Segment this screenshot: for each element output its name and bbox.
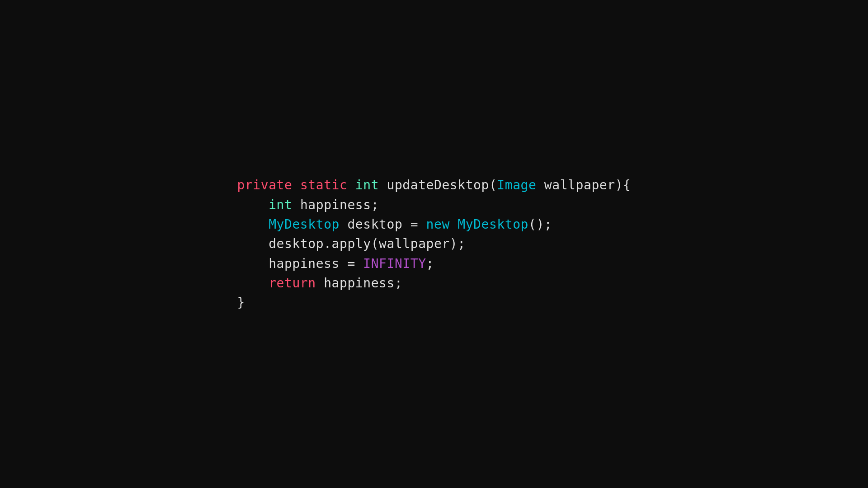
code-token: int: [269, 197, 292, 212]
code-token: ();: [528, 217, 552, 232]
code-token: MyDesktop: [458, 217, 528, 232]
code-token: int: [355, 178, 379, 192]
code-token: MyDesktop: [269, 217, 340, 232]
code-token: desktop.apply(wallpaper);: [237, 236, 466, 251]
code-token: desktop =: [340, 217, 426, 232]
code-token: happiness;: [316, 276, 403, 291]
code-line-line2: int happiness;: [237, 195, 631, 215]
code-token: [347, 178, 355, 192]
code-token: ;: [426, 256, 434, 271]
code-token: updateDesktop(: [379, 178, 497, 192]
code-line-line5: happiness = INFINITY;: [237, 254, 631, 273]
code-token: Image: [497, 178, 536, 192]
code-token: static: [300, 178, 348, 192]
code-display: private static int updateDesktop(Image w…: [237, 175, 631, 313]
code-token: happiness;: [292, 197, 379, 212]
code-line-line7: }: [237, 293, 631, 312]
code-token: [292, 178, 300, 192]
code-token: wallpaper){: [536, 178, 631, 192]
code-token: return: [269, 276, 316, 291]
code-token: new: [426, 217, 450, 232]
code-token: [237, 197, 269, 212]
code-line-line3: MyDesktop desktop = new MyDesktop();: [237, 215, 631, 234]
code-line-line4: desktop.apply(wallpaper);: [237, 234, 631, 253]
code-token: INFINITY: [363, 256, 426, 271]
code-token: [237, 217, 269, 232]
code-token: [237, 276, 269, 291]
code-line-line6: return happiness;: [237, 273, 631, 293]
code-token: happiness =: [237, 256, 363, 271]
code-token: [450, 217, 458, 232]
code-token: private: [237, 178, 292, 192]
code-line-line1: private static int updateDesktop(Image w…: [237, 175, 631, 195]
code-token: }: [237, 295, 245, 310]
